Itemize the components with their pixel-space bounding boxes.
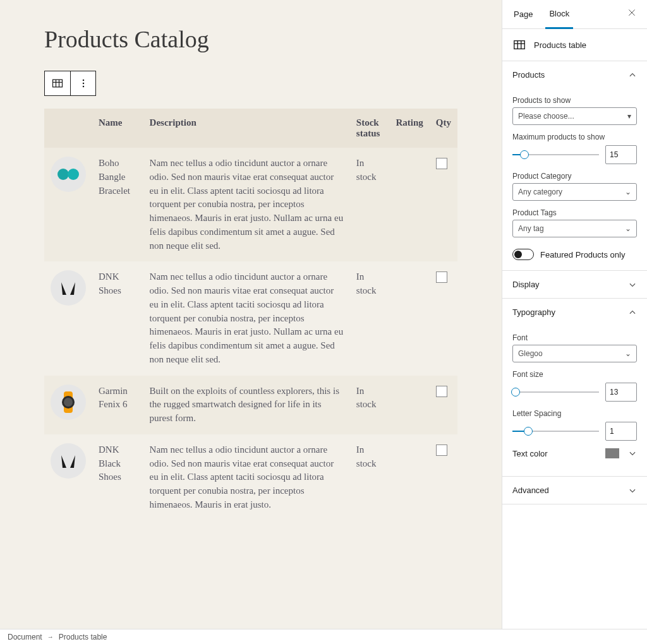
- slider-font-size[interactable]: [512, 391, 599, 393]
- chevron-up-icon: [628, 308, 637, 317]
- select-font[interactable]: Glegoo ⌄: [512, 345, 637, 362]
- cell-rating: [389, 261, 429, 375]
- table-icon: [512, 38, 526, 52]
- block-card: Products table: [502, 29, 647, 61]
- cell-name: Garmin Fenix 6: [92, 376, 143, 434]
- label-products-to-show: Products to show: [512, 96, 637, 105]
- label-featured-only: Featured Products only: [540, 250, 625, 259]
- qty-checkbox[interactable]: [436, 271, 447, 283]
- chevron-down-icon: [628, 449, 637, 458]
- col-rating: Rating: [389, 109, 429, 148]
- panel-advanced-toggle[interactable]: Advanced: [502, 477, 647, 504]
- cell-stock: In stock: [350, 261, 390, 375]
- select-products-to-show[interactable]: Please choose... ▾: [512, 107, 637, 125]
- col-description: Description: [143, 109, 350, 148]
- label-tags: Product Tags: [512, 208, 637, 217]
- chevron-down-icon: ⌄: [625, 349, 631, 358]
- table-row: DNK Black Shoes Nam nec tellus a odio ti…: [44, 434, 457, 521]
- table-row: Garmin Fenix 6 Built on the exploits of …: [44, 376, 457, 434]
- select-products-to-show-value: Please choose...: [518, 112, 574, 121]
- cell-stock: In stock: [350, 434, 390, 521]
- cell-description: Nam nec tellus a odio tincidunt auctor a…: [143, 148, 350, 261]
- label-max-products: Maximum products to show: [512, 133, 637, 141]
- panel-typography-title: Typography: [512, 307, 555, 317]
- chevron-down-icon: ⌄: [625, 224, 631, 233]
- chevron-down-icon: [628, 486, 637, 495]
- chevron-up-icon: [628, 71, 637, 80]
- svg-point-6: [82, 86, 84, 88]
- select-tags[interactable]: Any tag ⌄: [512, 220, 637, 237]
- panel-products-title: Products: [512, 70, 545, 80]
- page-title: Products Catalog: [44, 25, 457, 53]
- inspector-tabs: Page Block: [502, 0, 647, 29]
- cell-rating: [389, 148, 429, 261]
- panel-display-title: Display: [512, 280, 540, 289]
- svg-point-8: [68, 169, 79, 180]
- tab-page[interactable]: Page: [510, 0, 536, 29]
- panel-display-toggle[interactable]: Display: [502, 271, 647, 298]
- select-tags-value: Any tag: [518, 224, 544, 233]
- close-inspector-button[interactable]: [624, 5, 639, 23]
- toggle-featured-only[interactable]: [512, 249, 534, 260]
- input-letter-spacing[interactable]: 1: [605, 422, 637, 441]
- table-icon: [51, 77, 64, 90]
- panel-display: Display: [502, 271, 647, 299]
- qty-checkbox[interactable]: [436, 158, 447, 169]
- slider-max-products[interactable]: [512, 154, 599, 155]
- panel-products: Products Products to show Please choose.…: [502, 61, 647, 271]
- select-font-value: Glegoo: [518, 349, 543, 358]
- breadcrumb-leaf[interactable]: Products table: [59, 633, 107, 641]
- inspector-sidebar: Page Block Products table Products Produ…: [502, 0, 647, 629]
- qty-checkbox[interactable]: [436, 444, 447, 456]
- block-more-button[interactable]: [70, 71, 95, 95]
- chevron-down-icon: ▾: [627, 112, 631, 121]
- slider-letter-spacing[interactable]: [512, 431, 599, 432]
- close-icon: [627, 8, 637, 18]
- panel-advanced: Advanced: [502, 477, 647, 504]
- col-name: Name: [92, 109, 143, 148]
- label-font: Font: [512, 333, 637, 342]
- col-image: [44, 109, 92, 148]
- more-vertical-icon: [77, 77, 90, 90]
- breadcrumb-sep-icon: →: [47, 633, 54, 640]
- label-text-color: Text color: [512, 449, 548, 458]
- product-thumb: [51, 270, 86, 306]
- cell-stock: In stock: [350, 376, 390, 434]
- cell-rating: [389, 434, 429, 521]
- panel-advanced-title: Advanced: [512, 486, 549, 495]
- chevron-down-icon: [628, 280, 637, 289]
- breadcrumb-root[interactable]: Document: [8, 633, 42, 641]
- select-category[interactable]: Any category ⌄: [512, 183, 637, 201]
- block-card-title: Products table: [534, 40, 586, 50]
- svg-rect-0: [53, 80, 63, 87]
- cell-description: Nam nec tellus a odio tincidunt auctor a…: [143, 261, 350, 375]
- input-font-size[interactable]: 13: [605, 383, 637, 402]
- cell-name: DNK Shoes: [92, 261, 143, 375]
- block-toolbar: [44, 71, 96, 96]
- product-thumb: [51, 157, 86, 192]
- products-table: Name Description Stock status Rating Qty…: [44, 109, 457, 521]
- tab-block[interactable]: Block: [545, 0, 573, 29]
- label-category: Product Category: [512, 172, 637, 181]
- panel-products-toggle[interactable]: Products: [502, 61, 647, 88]
- table-row: Boho Bangle Bracelet Nam nec tellus a od…: [44, 148, 457, 261]
- product-thumb: [51, 443, 86, 479]
- svg-point-7: [57, 169, 69, 180]
- input-max-products[interactable]: 15: [605, 145, 637, 164]
- breadcrumb: Document → Products table: [0, 629, 647, 644]
- accordion-text-color[interactable]: Text color: [512, 441, 637, 466]
- qty-checkbox[interactable]: [436, 386, 447, 397]
- select-category-value: Any category: [518, 188, 562, 196]
- cell-stock: In stock: [350, 148, 390, 261]
- col-qty: Qty: [430, 109, 457, 148]
- panel-typography-toggle[interactable]: Typography: [502, 299, 647, 326]
- svg-point-4: [82, 80, 84, 81]
- text-color-swatch: [605, 448, 619, 458]
- cell-name: Boho Bangle Bracelet: [92, 148, 143, 261]
- cell-description: Nam nec tellus a odio tincidunt auctor a…: [143, 434, 350, 521]
- svg-point-5: [82, 83, 84, 85]
- cell-description: Built on the exploits of countless explo…: [143, 376, 350, 434]
- svg-point-11: [64, 398, 73, 407]
- cell-name: DNK Black Shoes: [92, 434, 143, 521]
- block-type-button[interactable]: [45, 71, 70, 95]
